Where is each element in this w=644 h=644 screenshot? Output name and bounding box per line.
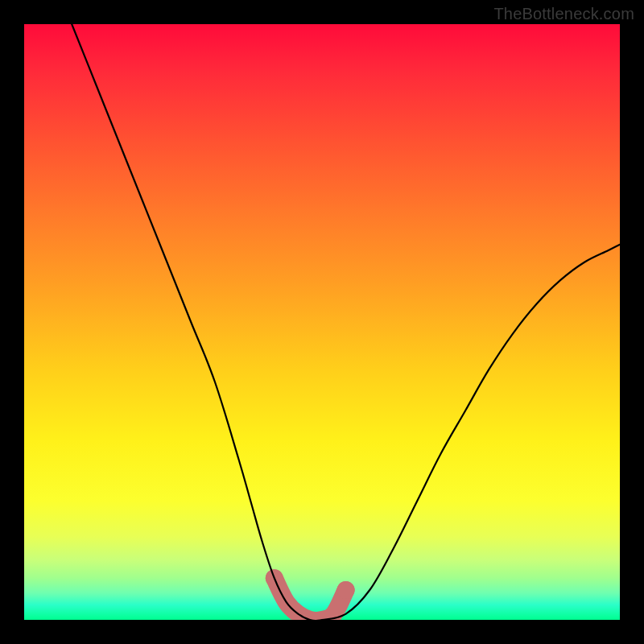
bottleneck-curve — [72, 24, 620, 620]
chart-svg — [24, 24, 620, 620]
optimal-zone-dot-end — [337, 581, 355, 599]
chart-frame: TheBottleneck.com — [0, 0, 644, 644]
watermark: TheBottleneck.com — [493, 5, 634, 23]
plot-area — [24, 24, 620, 620]
